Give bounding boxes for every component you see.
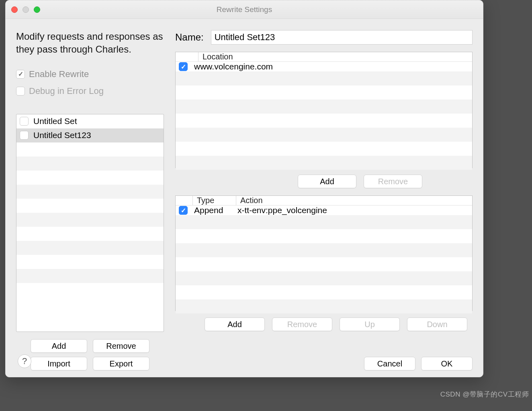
enable-rewrite-label: Enable Rewrite [29,69,89,79]
action-row-type: Append [194,206,237,215]
enable-rewrite-option[interactable]: Enable Rewrite [16,69,164,79]
enable-rewrite-checkbox[interactable] [16,70,25,79]
actions-table[interactable]: Type Action Append x-tt-env:ppe_volcengi… [175,195,473,311]
set-row[interactable]: Untitled Set123 [16,128,164,142]
actions-header-type[interactable]: Type [192,196,236,205]
ok-button[interactable]: OK [421,357,473,370]
location-row-value: www.volcengine.com [194,62,273,71]
locations-add-button[interactable]: Add [298,175,356,188]
set-row[interactable]: Untitled Set [16,114,164,128]
sets-add-button[interactable]: Add [31,339,87,353]
locations-table[interactable]: Location www.volcengine.com [175,52,473,168]
left-pane: Modify requests and responses as they pa… [16,30,164,370]
close-icon[interactable] [11,6,18,13]
action-row-value: x-tt-env:ppe_volcengine [237,206,327,215]
cancel-button[interactable]: Cancel [364,357,415,370]
set-row-label: Untitled Set123 [33,130,91,140]
minimize-icon [23,6,29,13]
actions-header-action[interactable]: Action [236,196,472,205]
sets-list-empty-area [16,142,164,332]
actions-remove-button[interactable]: Remove [272,317,332,331]
titlebar: Rewrite Settings [6,0,483,19]
action-row[interactable]: Append x-tt-env:ppe_volcengine [176,206,472,215]
location-row-checkbox[interactable] [179,62,188,71]
rewrite-settings-dialog: Rewrite Settings Modify requests and res… [5,0,483,377]
debug-log-checkbox[interactable] [16,87,25,96]
sets-import-button[interactable]: Import [31,357,87,370]
zoom-icon[interactable] [34,6,40,13]
locations-header[interactable]: Location [198,52,472,61]
actions-up-button[interactable]: Up [340,317,400,331]
sets-list[interactable]: Untitled Set Untitled Set123 [16,114,164,332]
debug-log-option[interactable]: Debug in Error Log [16,86,164,96]
window-title: Rewrite Settings [6,5,483,14]
watermark: CSDN @带脑子的CV工程师 [440,390,529,399]
name-label: Name: [175,32,204,43]
debug-log-label: Debug in Error Log [29,86,104,96]
set-row-label: Untitled Set [33,116,77,126]
set-row-checkbox[interactable] [20,131,29,140]
help-button[interactable]: ? [18,354,31,368]
name-input[interactable] [211,30,473,45]
location-row[interactable]: www.volcengine.com [176,62,472,71]
right-pane: Name: Location www.volcengine.com [175,30,473,370]
actions-down-button[interactable]: Down [407,317,467,331]
dialog-description: Modify requests and responses as they pa… [16,30,164,56]
sets-remove-button[interactable]: Remove [93,339,149,353]
actions-add-button[interactable]: Add [205,317,265,331]
sets-export-button[interactable]: Export [93,357,149,370]
action-row-checkbox[interactable] [179,206,188,215]
set-row-checkbox[interactable] [20,117,29,126]
locations-remove-button[interactable]: Remove [364,175,422,188]
window-controls [11,6,40,13]
